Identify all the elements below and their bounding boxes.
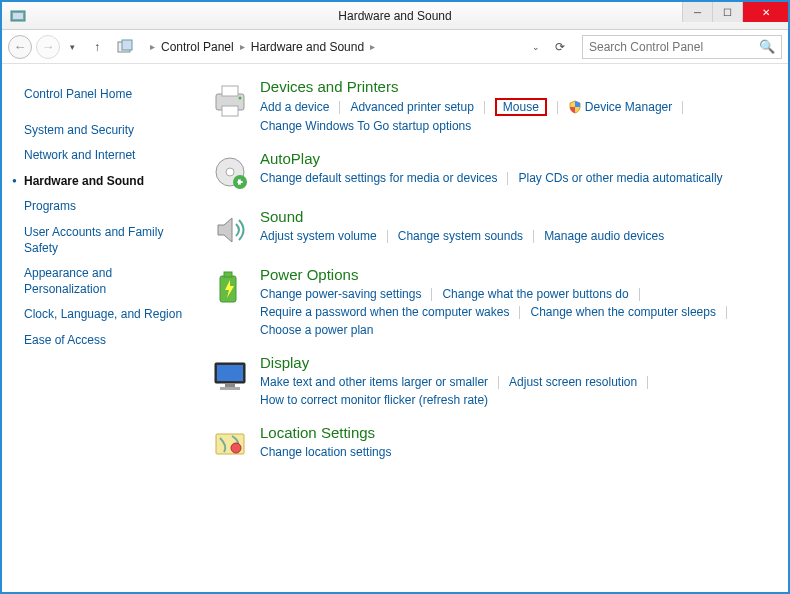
printer-icon [210, 80, 250, 120]
link-resolution[interactable]: Adjust screen resolution [509, 374, 637, 390]
app-icon [10, 8, 26, 24]
link-flicker[interactable]: How to correct monitor flicker (refresh … [260, 392, 488, 408]
link-system-sounds[interactable]: Change system sounds [398, 228, 523, 244]
up-button[interactable]: ↑ [88, 38, 106, 56]
section-location: Location Settings Change location settin… [210, 424, 770, 466]
link-advanced-printer[interactable]: Advanced printer setup [350, 99, 473, 115]
link-audio-devices[interactable]: Manage audio devices [544, 228, 664, 244]
search-box[interactable]: 🔍 [582, 35, 782, 59]
autoplay-icon [210, 152, 250, 192]
divider [498, 376, 499, 389]
sidebar-home[interactable]: Control Panel Home [24, 82, 192, 108]
divider [431, 288, 432, 301]
divider [682, 101, 683, 114]
close-button[interactable]: ✕ [742, 2, 788, 22]
refresh-button[interactable]: ⟳ [548, 36, 572, 58]
link-change-location[interactable]: Change location settings [260, 444, 391, 460]
section-title-devices[interactable]: Devices and Printers [260, 78, 770, 95]
titlebar: Hardware and Sound ─ ☐ ✕ [2, 2, 788, 30]
svg-rect-15 [225, 383, 235, 387]
divider [507, 172, 508, 185]
section-devices-printers: Devices and Printers Add a device Advanc… [210, 78, 770, 134]
forward-button[interactable]: → [36, 35, 60, 59]
svg-rect-5 [222, 86, 238, 96]
window-title: Hardware and Sound [338, 9, 451, 23]
divider [387, 230, 388, 243]
link-power-buttons[interactable]: Change what the power buttons do [442, 286, 628, 302]
link-volume[interactable]: Adjust system volume [260, 228, 377, 244]
chevron-right-icon: ▸ [370, 41, 375, 52]
section-title-power[interactable]: Power Options [260, 266, 770, 283]
sidebar: Control Panel Home System and Security N… [2, 64, 202, 590]
section-autoplay: AutoPlay Change default settings for med… [210, 150, 770, 192]
power-icon [210, 268, 250, 308]
sidebar-item-network[interactable]: Network and Internet [24, 143, 192, 169]
search-icon: 🔍 [759, 39, 775, 54]
link-sleeps[interactable]: Change when the computer sleeps [530, 304, 715, 320]
svg-rect-3 [122, 40, 132, 50]
divider [557, 101, 558, 114]
sidebar-item-clock[interactable]: Clock, Language, and Region [24, 302, 192, 328]
svg-rect-14 [217, 365, 243, 381]
link-play-cds[interactable]: Play CDs or other media automatically [518, 170, 722, 186]
divider [484, 101, 485, 114]
sidebar-item-user-accounts[interactable]: User Accounts and Family Safety [24, 220, 192, 261]
chevron-right-icon: ▸ [240, 41, 245, 52]
section-sound: Sound Adjust system volume Change system… [210, 208, 770, 250]
link-change-defaults[interactable]: Change default settings for media or dev… [260, 170, 497, 186]
window-controls: ─ ☐ ✕ [682, 2, 788, 22]
link-power-saving[interactable]: Change power-saving settings [260, 286, 421, 302]
section-title-autoplay[interactable]: AutoPlay [260, 150, 770, 167]
svg-rect-6 [222, 106, 238, 116]
section-title-sound[interactable]: Sound [260, 208, 770, 225]
minimize-button[interactable]: ─ [682, 2, 712, 22]
section-title-location[interactable]: Location Settings [260, 424, 770, 441]
divider [519, 306, 520, 319]
link-text-larger[interactable]: Make text and other items larger or smal… [260, 374, 488, 390]
link-mouse[interactable]: Mouse [495, 98, 547, 116]
speaker-icon [210, 210, 250, 250]
shield-icon [568, 100, 582, 114]
svg-point-7 [239, 97, 242, 100]
divider [533, 230, 534, 243]
path-dropdown[interactable]: ⌄ [528, 36, 544, 58]
sidebar-item-system-security[interactable]: System and Security [24, 118, 192, 144]
link-add-device[interactable]: Add a device [260, 99, 329, 115]
svg-rect-12 [224, 272, 232, 277]
svg-rect-1 [13, 13, 23, 19]
path-icon [117, 38, 135, 56]
link-windows-togo[interactable]: Change Windows To Go startup options [260, 118, 471, 134]
maximize-button[interactable]: ☐ [712, 2, 742, 22]
search-input[interactable] [589, 40, 759, 54]
sidebar-item-hardware-sound[interactable]: Hardware and Sound [24, 169, 192, 195]
link-require-password[interactable]: Require a password when the computer wak… [260, 304, 509, 320]
content-area: Devices and Printers Add a device Advanc… [202, 64, 788, 590]
svg-point-9 [226, 168, 234, 176]
navbar: ← → ▾ ↑ ▸ Control Panel ▸ Hardware and S… [2, 30, 788, 64]
section-display: Display Make text and other items larger… [210, 354, 770, 408]
section-title-display[interactable]: Display [260, 354, 770, 371]
breadcrumb[interactable]: ▸ Control Panel ▸ Hardware and Sound ▸ [142, 35, 524, 59]
divider [639, 288, 640, 301]
svg-rect-16 [220, 387, 240, 390]
divider [726, 306, 727, 319]
monitor-icon [210, 356, 250, 396]
breadcrumb-item[interactable]: Control Panel [161, 40, 234, 54]
divider [647, 376, 648, 389]
sidebar-item-programs[interactable]: Programs [24, 194, 192, 220]
breadcrumb-item[interactable]: Hardware and Sound [251, 40, 364, 54]
history-dropdown[interactable]: ▾ [64, 36, 80, 58]
divider [339, 101, 340, 114]
section-power: Power Options Change power-saving settin… [210, 266, 770, 338]
svg-point-18 [231, 443, 241, 453]
link-power-plan[interactable]: Choose a power plan [260, 322, 373, 338]
link-device-manager-label: Device Manager [585, 100, 672, 114]
chevron-right-icon: ▸ [150, 41, 155, 52]
sidebar-item-appearance[interactable]: Appearance and Personalization [24, 261, 192, 302]
back-button[interactable]: ← [8, 35, 32, 59]
location-icon [210, 426, 250, 466]
link-device-manager[interactable]: Device Manager [568, 99, 672, 115]
sidebar-item-ease[interactable]: Ease of Access [24, 328, 192, 354]
